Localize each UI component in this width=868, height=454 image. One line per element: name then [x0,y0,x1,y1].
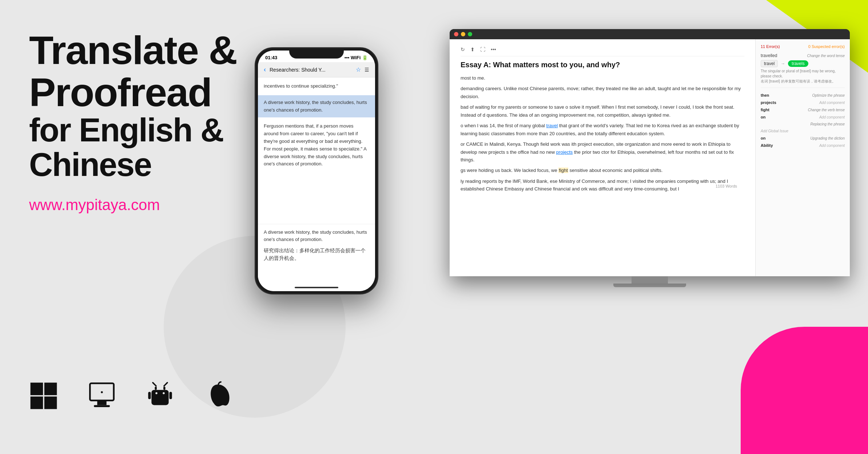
phone-translation-en: A diverse work history, the study conclu… [264,229,369,243]
phone-mockup-container: 01:43 ▪▪▪ WiFi 🔋 ‹ Researchers: Should Y… [255,47,378,294]
sidebar-action-fight[interactable]: Change the verb tense [808,108,845,112]
svg-rect-5 [97,401,106,405]
word-fight-highlight: fight [558,168,568,173]
sidebar-word-travelled: travelled [761,53,777,58]
phone-text-1: incentives to continue specializing." [258,77,375,95]
phone-back-button[interactable]: ‹ [264,66,266,73]
svg-rect-3 [44,397,57,409]
svg-point-13 [155,392,157,394]
doc-more-icon[interactable]: ••• [491,47,496,52]
sidebar-entry-travelled: travelled Change the word tense travel →… [761,53,845,88]
sidebar-word-on-1: on [761,115,765,119]
svg-rect-11 [148,392,151,399]
sidebar-entry-ability: Ability Add component [761,142,845,149]
doc-word-count: 1103 Words [716,183,737,189]
desktop-base [613,284,686,287]
doc-toolbar: ↻ ⬆ ⛶ ••• [461,47,744,56]
doc-title: Essay A: What matters most to you, and w… [461,61,744,69]
sidebar-word-ability: Ability [761,143,773,148]
sidebar-action-then[interactable]: Optimize the phrase [812,93,845,97]
sidebar-word-on-2: on [761,136,765,140]
doc-refresh-icon[interactable]: ↻ [461,47,465,52]
apple-icon [204,381,233,410]
phone-translation-zh: 研究得出结论：多样化的工作经历会损害一个人的晋升机会。 [264,247,369,262]
svg-rect-10 [163,387,165,390]
website-url[interactable]: www.mypitaya.com [29,196,276,214]
sidebar-word-then: then [761,93,769,97]
main-headline: Translate & Proofread [29,29,276,113]
doc-expand-icon[interactable]: ⛶ [480,47,485,52]
desktop-mockup-container: ↻ ⬆ ⛶ ••• Essay A: What matters most to … [450,29,850,287]
desktop-screen: ↻ ⬆ ⛶ ••• Essay A: What matters most to … [450,39,850,276]
android-icon [146,381,175,410]
left-content-area: Translate & Proofread for English & Chin… [29,29,276,214]
svg-rect-1 [44,383,57,395]
svg-point-14 [163,392,164,394]
sidebar-error-count: 11 Error(s) [761,44,780,49]
sidebar-action-on-2[interactable]: Upgrading the diction [810,136,845,140]
svg-rect-0 [31,383,43,395]
phone-signal: ▪▪▪ WiFi 🔋 [345,55,368,60]
desktop-titlebar [450,29,850,39]
phone-menu-icon[interactable]: ☰ [365,67,369,73]
sidebar-entry-replacing: Replacing the phrase [761,121,845,128]
sidebar-entry-projects: projects Add component [761,99,845,106]
phone-highlighted-text: A diverse work history, the study conclu… [258,95,375,118]
phone-translation-area: A diverse work history, the study conclu… [258,224,375,291]
phone-home-indicator [295,287,338,288]
sidebar-entry-global-issue: Add Global Issue [761,128,845,134]
sidebar-word-projects: projects [761,100,776,105]
sidebar-action-projects[interactable]: Add component [819,101,845,105]
phone-time: 01:43 [265,55,277,60]
phone-mockup: 01:43 ▪▪▪ WiFi 🔋 ‹ Researchers: Should Y… [255,47,378,294]
svg-rect-9 [155,387,156,390]
sub-headline: for English & Chinese [29,113,276,182]
phone-notch [289,48,344,59]
desktop-stand [632,276,668,284]
sidebar-entry-fight: fight Change the verb tense [761,106,845,113]
sidebar-word-fight: fight [761,108,769,112]
svg-rect-8 [151,390,168,405]
word-corrected-travels[interactable]: travels [788,60,808,67]
svg-line-15 [153,383,156,386]
doc-share-icon[interactable]: ⬆ [470,47,475,52]
sidebar-entry-on-1: on Add component [761,113,845,121]
sidebar-entry-on-2: on Upgrading the diction [761,134,845,142]
svg-point-7 [101,391,103,393]
phone-screen: 01:43 ▪▪▪ WiFi 🔋 ‹ Researchers: Should Y… [258,51,375,291]
phone-text-2: Ferguson mentions that, if a person move… [258,117,375,173]
sidebar-header: 11 Error(s) 0 Suspected error(s) [761,44,845,49]
svg-rect-12 [169,392,172,399]
sidebar-add-global-issue[interactable]: Add Global Issue [761,129,788,133]
sidebar-entry-then: then Optimize the phrase [761,92,845,99]
word-projects-highlight: projects [556,149,573,155]
windows-icon [29,381,58,410]
sidebar-action-on-1[interactable]: Add component [819,115,845,119]
sidebar-action-ability[interactable]: Add component [819,144,845,148]
phone-bookmark-icon[interactable]: ☆ [356,66,361,73]
titlebar-expand-dot[interactable] [468,32,472,36]
svg-rect-2 [31,397,43,409]
titlebar-minimize-dot[interactable] [461,32,465,36]
doc-main-area: ↻ ⬆ ⛶ ••• Essay A: What matters most to … [450,39,755,276]
desktop-mockup: ↻ ⬆ ⛶ ••• Essay A: What matters most to … [450,29,850,276]
doc-body[interactable]: most to me. demanding careers. Unlike mo… [461,74,744,193]
correction-arrow: → [781,61,785,66]
sidebar-action-travelled[interactable]: Change the word tense [807,54,845,58]
mac-icon [87,381,116,410]
pink-shape-decoration [741,327,868,454]
word-correction-row: travel → travels [761,60,845,67]
word-note-travel: The singular or plural of [travel] may b… [761,69,845,84]
phone-nav-bar: ‹ Researchers: Should Y... ☆ ☰ [258,62,375,77]
titlebar-close-dot[interactable] [454,32,458,36]
svg-line-16 [164,383,167,386]
phone-nav-title: Researchers: Should Y... [270,67,352,73]
doc-sidebar: 11 Error(s) 0 Suspected error(s) travell… [755,39,850,276]
sidebar-action-replacing[interactable]: Replacing the phrase [810,122,845,126]
word-original-travel: travel [761,60,778,67]
word-travel-highlight: travel [546,123,558,128]
svg-rect-6 [94,405,110,407]
sidebar-suspected-count: 0 Suspected error(s) [808,44,845,49]
platform-icons-row [29,381,233,410]
